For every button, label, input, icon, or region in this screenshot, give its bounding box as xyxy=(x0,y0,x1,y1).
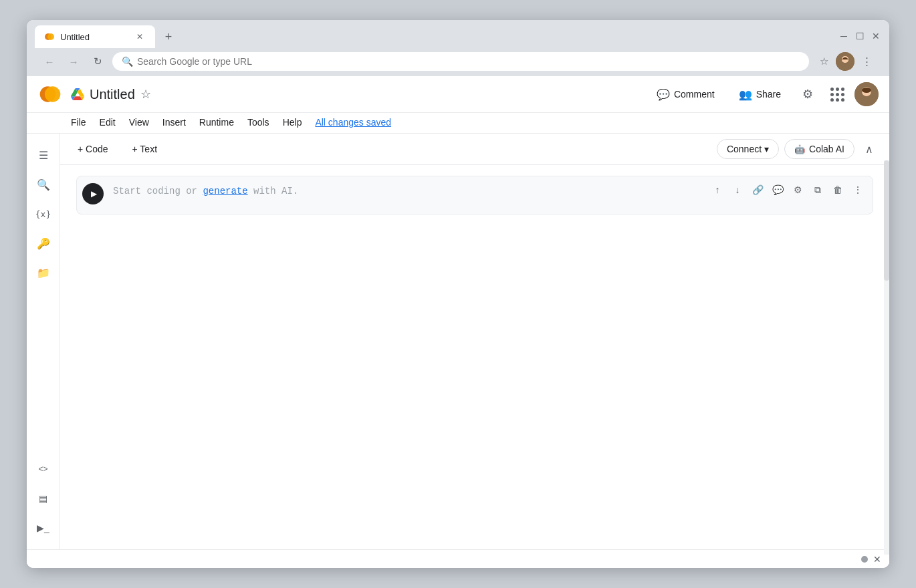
apps-grid-icon xyxy=(830,88,844,102)
sidebar: ☰ 🔍 {x} 🔑 📁 <> ▤ xyxy=(27,134,60,549)
address-bar-container[interactable]: 🔍 xyxy=(112,52,809,71)
tab-bar: Untitled ✕ + ─ ☐ ✕ xyxy=(35,25,881,48)
cell-placeholder-suffix: with AI. xyxy=(248,186,299,196)
generate-ai-link[interactable]: generate xyxy=(203,186,247,196)
window-controls: ─ ☐ ✕ xyxy=(838,31,881,41)
share-label: Share xyxy=(756,89,781,100)
chevron-up-icon: ∧ xyxy=(865,143,873,156)
save-status[interactable]: All changes saved xyxy=(308,114,398,130)
sidebar-secrets-button[interactable]: 🔑 xyxy=(30,230,57,257)
colab-ai-button[interactable]: 🤖 Colab AI xyxy=(784,139,854,159)
terminal-icon: ▶_ xyxy=(37,523,49,533)
plus-code-icon: + Code xyxy=(78,144,108,154)
comment-cell-button[interactable]: 💬 xyxy=(768,180,787,199)
maximize-button[interactable]: ☐ xyxy=(854,31,865,41)
svg-point-9 xyxy=(862,88,871,93)
forward-button[interactable]: → xyxy=(64,52,83,71)
google-apps-button[interactable] xyxy=(825,82,849,106)
delete-cell-button[interactable]: 🗑 xyxy=(828,180,847,199)
comment-icon: 💬 xyxy=(657,88,670,101)
cell-settings-button[interactable]: ⚙ xyxy=(788,180,807,199)
more-options-button[interactable]: ⋮ xyxy=(848,180,867,199)
app-content: Untitled ☆ 💬 Comment 👥 Share ⚙ xyxy=(27,76,889,568)
menu-insert[interactable]: Insert xyxy=(156,114,193,130)
reload-button[interactable]: ↻ xyxy=(88,52,107,71)
comment-button[interactable]: 💬 Comment xyxy=(647,84,724,106)
back-button[interactable]: ← xyxy=(40,52,59,71)
comment-label: Comment xyxy=(674,89,715,100)
notebook-toolbar: + Code + Text Connect ▾ 🤖 Colab AI xyxy=(60,134,889,165)
collapse-toolbar-button[interactable]: ∧ xyxy=(860,140,879,158)
cell-toolbar: ↑ ↓ 🔗 💬 ⚙ ⧉ 🗑 ⋮ xyxy=(708,180,867,199)
colab-ai-label: Colab AI xyxy=(809,144,844,154)
add-text-button[interactable]: + Text xyxy=(126,141,164,157)
header-right: 💬 Comment 👥 Share ⚙ xyxy=(647,82,879,106)
tab-close-button[interactable]: ✕ xyxy=(134,31,146,43)
document-title: Untitled xyxy=(90,87,135,102)
connect-label: Connect xyxy=(727,144,762,154)
sidebar-terminal-button[interactable]: ▶_ xyxy=(30,514,57,541)
search-icon: 🔍 xyxy=(37,178,50,191)
add-code-button[interactable]: + Code xyxy=(71,141,115,157)
settings-button[interactable]: ⚙ xyxy=(796,82,820,106)
tab-favicon-icon xyxy=(44,31,55,42)
star-button[interactable]: ☆ xyxy=(140,87,151,102)
code-icon: <> xyxy=(38,464,47,474)
gear-icon: ⚙ xyxy=(802,87,813,102)
active-tab[interactable]: Untitled ✕ xyxy=(35,25,155,48)
toc-icon: ☰ xyxy=(39,149,48,162)
app-header: Untitled ☆ 💬 Comment 👥 Share ⚙ xyxy=(27,76,889,113)
menu-tools[interactable]: Tools xyxy=(241,114,276,130)
colab-ai-icon: 🤖 xyxy=(794,144,805,154)
svg-point-6 xyxy=(45,86,60,102)
menu-file[interactable]: File xyxy=(64,114,93,130)
address-bar-row: ← → ↻ 🔍 ☆ ⋮ xyxy=(35,48,881,76)
key-icon: 🔑 xyxy=(37,237,50,250)
address-input[interactable] xyxy=(137,56,800,67)
chrome-menu-button[interactable]: ⋮ xyxy=(857,52,876,71)
doc-title-area: Untitled ☆ xyxy=(71,87,639,102)
menu-edit[interactable]: Edit xyxy=(93,114,122,130)
link-button[interactable]: 🔗 xyxy=(748,180,767,199)
play-icon: ▶ xyxy=(91,189,97,198)
drive-icon xyxy=(71,88,84,101)
sidebar-files-button[interactable]: 📁 xyxy=(30,259,57,286)
user-avatar-header[interactable] xyxy=(854,82,879,106)
bookmark-button[interactable]: ☆ xyxy=(814,52,833,71)
sidebar-variables-button[interactable]: {x} xyxy=(30,200,57,227)
bottom-close-button[interactable]: ✕ xyxy=(873,554,881,565)
minimize-button[interactable]: ─ xyxy=(838,31,849,41)
mirror-button[interactable]: ⧉ xyxy=(808,180,827,199)
chevron-down-icon: ▾ xyxy=(764,144,769,154)
status-dot xyxy=(861,556,868,563)
address-bar-right: ☆ ⋮ xyxy=(814,52,876,71)
profile-avatar[interactable] xyxy=(836,52,854,71)
cell-placeholder-text: Start coding or xyxy=(113,186,203,196)
sidebar-toc-button[interactable]: ☰ xyxy=(30,142,57,168)
menu-view[interactable]: View xyxy=(122,114,156,130)
sidebar-scratch-button[interactable]: ▤ xyxy=(30,485,57,512)
folder-icon: 📁 xyxy=(37,267,50,279)
connect-button[interactable]: Connect ▾ xyxy=(717,139,779,159)
run-cell-button[interactable]: ▶ xyxy=(82,183,104,204)
search-icon-small: 🔍 xyxy=(122,56,133,67)
scrollbar-area[interactable] xyxy=(884,160,889,549)
toolbar-right: Connect ▾ 🤖 Colab AI ∧ xyxy=(717,139,879,159)
move-down-button[interactable]: ↓ xyxy=(728,180,747,199)
people-icon: 👥 xyxy=(739,88,752,101)
move-up-button[interactable]: ↑ xyxy=(708,180,727,199)
scrollbar-thumb[interactable] xyxy=(884,160,889,281)
sidebar-code-snippets-button[interactable]: <> xyxy=(30,456,57,482)
close-button[interactable]: ✕ xyxy=(871,31,881,41)
menu-runtime[interactable]: Runtime xyxy=(193,114,241,130)
share-button[interactable]: 👥 Share xyxy=(729,84,790,106)
colab-logo xyxy=(37,82,63,107)
main-layout: ☰ 🔍 {x} 🔑 📁 <> ▤ xyxy=(27,134,889,549)
menu-bar: File Edit View Insert Runtime Tools Help… xyxy=(27,113,889,134)
variables-icon: {x} xyxy=(35,209,51,219)
svg-point-1 xyxy=(47,33,54,40)
menu-help[interactable]: Help xyxy=(276,114,309,130)
new-tab-button[interactable]: + xyxy=(159,27,178,46)
browser-window: Untitled ✕ + ─ ☐ ✕ ← → ↻ 🔍 ☆ xyxy=(27,20,889,568)
sidebar-search-button[interactable]: 🔍 xyxy=(30,171,57,198)
